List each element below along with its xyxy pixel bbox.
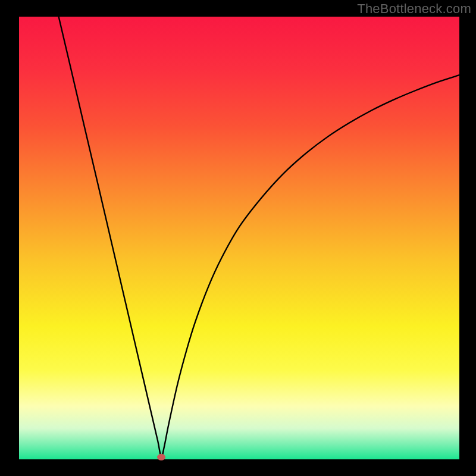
watermark-text: TheBottleneck.com — [357, 1, 471, 17]
plot-area — [19, 17, 459, 459]
minimum-marker — [157, 454, 165, 461]
bottleneck-chart — [0, 0, 476, 476]
chart-container: TheBottleneck.com — [0, 0, 476, 476]
